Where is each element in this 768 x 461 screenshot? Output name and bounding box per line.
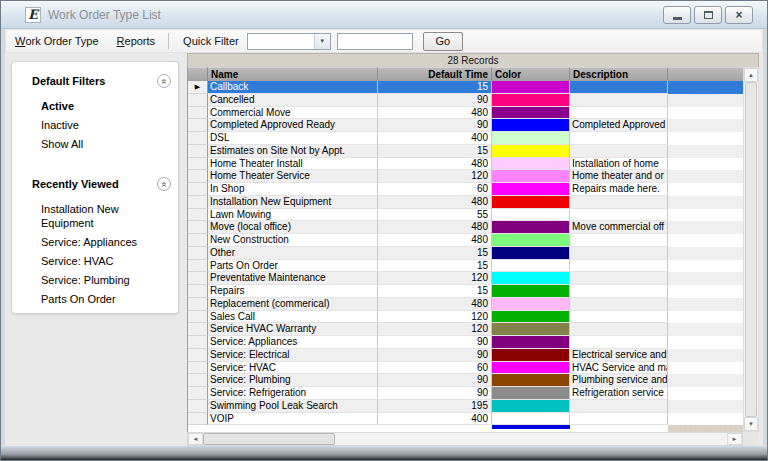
horizontal-scrollbar-track[interactable] xyxy=(335,433,727,445)
row-selector-cell[interactable]: ▶ xyxy=(188,260,208,273)
table-row[interactable]: ▶ In Shop 60 Repairs made here. xyxy=(188,183,743,196)
row-selector-cell[interactable]: ▶ xyxy=(188,349,208,362)
sidebar-item[interactable]: Parts On Order xyxy=(41,292,171,306)
table-row[interactable]: ▶ Service: Plumbing 90 Plumbing service … xyxy=(188,374,743,387)
quick-filter-input[interactable] xyxy=(337,33,413,50)
table-row[interactable]: ▶ Home Theater Service 120 Home theater … xyxy=(188,170,743,183)
table-row[interactable]: ▶ Lawn Mowing 55 xyxy=(188,209,743,222)
row-selector-cell[interactable]: ▶ xyxy=(188,196,208,209)
horizontal-scrollbar[interactable]: ◄ ► xyxy=(187,432,743,446)
cell-name: Commercial Move xyxy=(208,107,378,120)
cell-name: Preventative Maintenance xyxy=(208,272,378,285)
table-row[interactable]: ▶ Service: Refrigeration 90 Refrigeratio… xyxy=(188,387,743,400)
cell-color-swatch xyxy=(492,285,570,298)
sidebar-item[interactable]: Service: Plumbing xyxy=(41,273,171,287)
cell-default-time: 15 xyxy=(378,247,492,260)
row-selector-cell[interactable]: ▶ xyxy=(188,132,208,145)
table-row[interactable]: ▶ Cancelled 90 xyxy=(188,94,743,107)
close-button[interactable]: × xyxy=(725,6,753,24)
chevron-down-icon[interactable]: ▼ xyxy=(314,34,330,49)
cell-color-swatch xyxy=(492,234,570,247)
table-row[interactable]: ▶ Service: Electrical 90 Electrical serv… xyxy=(188,349,743,362)
table-row[interactable]: ▶ Parts On Order 15 xyxy=(188,260,743,273)
collapse-chevron-icon[interactable]: « xyxy=(157,74,171,88)
row-selector-cell[interactable]: ▶ xyxy=(188,119,208,132)
row-selector-cell[interactable]: ▶ xyxy=(188,247,208,260)
row-selector-cell[interactable]: ▶ xyxy=(188,145,208,158)
row-selector-cell[interactable]: ▶ xyxy=(188,158,208,171)
table-row[interactable]: ▶ Callback 15 xyxy=(188,81,743,94)
cell-description xyxy=(570,94,668,107)
menubar: Work Order Type Reports Quick Filter ▼ G… xyxy=(5,29,763,53)
row-selector-cell[interactable]: ▶ xyxy=(188,374,208,387)
cell-description: Move commercial off xyxy=(570,221,668,234)
table-row[interactable]: ▶ Service: Appliances 90 xyxy=(188,336,743,349)
row-selector-cell[interactable]: ▶ xyxy=(188,183,208,196)
table-row[interactable]: ▶ Repairs 15 xyxy=(188,285,743,298)
cell-name: Service HVAC Warranty xyxy=(208,323,378,336)
sidebar-item[interactable]: Service: Appliances xyxy=(41,235,171,249)
header-color[interactable]: Color xyxy=(492,67,570,81)
quick-filter-label: Quick Filter xyxy=(183,35,239,47)
table-row[interactable]: ▶ Completed Approved Ready 90 Completed … xyxy=(188,119,743,132)
row-selector-cell[interactable]: ▶ xyxy=(188,285,208,298)
menu-reports[interactable]: Reports xyxy=(108,30,165,52)
horizontal-scrollbar-thumb[interactable] xyxy=(203,433,335,445)
table-row[interactable]: ▶ Preventative Maintenance 120 xyxy=(188,272,743,285)
row-selector-cell[interactable]: ▶ xyxy=(188,107,208,120)
table-row[interactable]: ▶ Other 15 xyxy=(188,247,743,260)
table-row[interactable]: ▶ New Construction 480 xyxy=(188,234,743,247)
table-row[interactable]: ▶ Service HVAC Warranty 120 xyxy=(188,323,743,336)
header-default-time[interactable]: Default Time xyxy=(378,67,492,81)
row-selector-cell[interactable]: ▶ xyxy=(188,323,208,336)
quick-filter-combo[interactable]: ▼ xyxy=(247,33,331,50)
vertical-scrollbar[interactable]: ▲ ▼ xyxy=(743,67,759,432)
table-row[interactable]: ▶ Home Theater Install 480 Installation … xyxy=(188,158,743,171)
table-row[interactable]: ▶ Sales Call 120 xyxy=(188,311,743,324)
table-row[interactable]: ▶ VOIP 400 xyxy=(188,413,743,426)
table-row[interactable]: ▶ Estimates on Site Not by Appt. 15 xyxy=(188,145,743,158)
row-selector-cell[interactable]: ▶ xyxy=(188,221,208,234)
row-selector-cell[interactable]: ▶ xyxy=(188,298,208,311)
cell-color-swatch xyxy=(492,311,570,324)
table-row[interactable]: ▶ Commercial Move 480 xyxy=(188,107,743,120)
row-selector-cell[interactable]: ▶ xyxy=(188,311,208,324)
row-selector-cell[interactable]: ▶ xyxy=(188,387,208,400)
menu-work-order-type[interactable]: Work Order Type xyxy=(6,30,108,52)
table-row[interactable]: ▶ Swimming Pool Leak Search 195 xyxy=(188,400,743,413)
table-row[interactable]: ▶ Replacement (commerical) 480 xyxy=(188,298,743,311)
table-row[interactable]: ▶ DSL 400 xyxy=(188,132,743,145)
sidebar-item[interactable]: Inactive xyxy=(41,118,171,132)
header-name[interactable]: Name xyxy=(208,67,378,81)
go-button[interactable]: Go xyxy=(423,32,463,51)
cell-description xyxy=(570,311,668,324)
table-row[interactable]: ▶ Move (local office) 480 Move commercia… xyxy=(188,221,743,234)
row-selector-cell[interactable]: ▶ xyxy=(188,81,208,94)
scroll-up-icon[interactable]: ▲ xyxy=(744,68,758,82)
scroll-left-icon[interactable]: ◄ xyxy=(188,433,203,445)
row-selector-cell[interactable]: ▶ xyxy=(188,234,208,247)
vertical-scrollbar-thumb[interactable] xyxy=(745,82,757,417)
table-row[interactable]: ▶ Installation New Equipment 480 xyxy=(188,196,743,209)
table-row[interactable]: ▶ Service: HVAC 60 HVAC Service and ma xyxy=(188,362,743,375)
sidebar-item[interactable]: Show All xyxy=(41,137,171,151)
cell-name: Service: Electrical xyxy=(208,349,378,362)
sidebar-item[interactable]: Installation New Equipment xyxy=(41,202,171,230)
row-selector-cell[interactable]: ▶ xyxy=(188,362,208,375)
maximize-button[interactable] xyxy=(694,6,722,24)
scroll-down-icon[interactable]: ▼ xyxy=(744,417,758,431)
minimize-button[interactable] xyxy=(663,6,691,24)
sidebar-item[interactable]: Active xyxy=(41,99,171,113)
scroll-right-icon[interactable]: ► xyxy=(727,433,742,445)
header-description[interactable]: Description xyxy=(570,67,668,81)
row-selector-cell[interactable]: ▶ xyxy=(188,170,208,183)
row-selector-cell[interactable]: ▶ xyxy=(188,400,208,413)
row-selector-cell[interactable]: ▶ xyxy=(188,272,208,285)
sidebar-item[interactable]: Service: HVAC xyxy=(41,254,171,268)
close-icon: × xyxy=(735,10,742,20)
row-selector-cell[interactable]: ▶ xyxy=(188,94,208,107)
row-selector-cell[interactable]: ▶ xyxy=(188,209,208,222)
row-selector-cell[interactable]: ▶ xyxy=(188,336,208,349)
collapse-chevron-icon[interactable]: « xyxy=(157,177,171,191)
row-selector-cell[interactable]: ▶ xyxy=(188,413,208,426)
